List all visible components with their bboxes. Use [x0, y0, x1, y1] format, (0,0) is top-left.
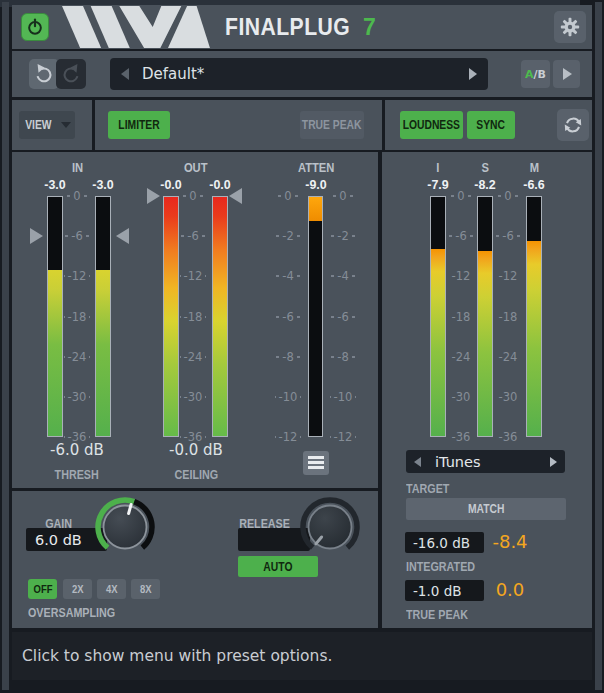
loudness-scale-left: 0-6-12-18-24-30-36: [446, 196, 476, 437]
limiter-toggle[interactable]: LIMITER: [108, 111, 170, 139]
target-next-icon[interactable]: [550, 457, 557, 467]
in-meter-label: IN: [37, 160, 117, 174]
target-caption: TARGET: [406, 478, 456, 497]
true-peak-target-field[interactable]: -1.0 dB: [405, 580, 484, 601]
true-peak-live-value: 0.0: [480, 579, 540, 600]
target-name: iTunes: [435, 454, 481, 470]
window-frame-left: [2, 2, 9, 690]
preset-selector[interactable]: Default*: [110, 58, 488, 90]
undo-button[interactable]: [29, 59, 59, 89]
loudness-panel: I S M -7.9 -8.2 -6.6 0-6-12-18-24-30-36 …: [382, 152, 592, 628]
ab-b-label: /B: [534, 68, 546, 81]
toolbar-loudness-section: LOUDNESS SYNC: [385, 100, 592, 150]
preset-bar: Default* A/B: [12, 51, 592, 97]
threshold-handle-zone: [30, 196, 129, 437]
view-dropdown[interactable]: VIEW: [19, 111, 75, 139]
integrated-target-field[interactable]: -16.0 dB: [405, 532, 484, 553]
power-icon: [25, 17, 45, 37]
play-icon: [563, 68, 572, 80]
ceiling-handle-left[interactable]: [147, 188, 160, 204]
preset-next-icon[interactable]: [469, 68, 477, 80]
auto-release-toggle[interactable]: AUTO: [238, 556, 318, 577]
title-text: FINALPLUG: [225, 14, 350, 41]
integrated-caption: INTEGRATED: [406, 556, 486, 575]
ceiling-handle-right[interactable]: [229, 188, 242, 204]
oversampling-4x-button[interactable]: 4X: [97, 579, 126, 599]
loudness-scale-right: 0-6-12-18-24-30-36: [493, 196, 523, 437]
ceiling-caption: CEILING: [146, 464, 246, 478]
plugin-title: FINALPLUG 7: [225, 14, 376, 41]
momentary-meter-bar: [526, 196, 542, 437]
preset-play-button[interactable]: [553, 60, 580, 88]
toolbar: VIEW LIMITER TRUE PEAK LOUDNESS SYNC: [12, 100, 592, 150]
shortterm-meter-bar: [477, 196, 493, 437]
preset-name: Default*: [142, 65, 204, 83]
redo-icon: [60, 63, 82, 85]
power-button[interactable]: [21, 13, 49, 41]
loudness-toggle[interactable]: LOUDNESS: [400, 111, 463, 139]
settings-button[interactable]: [554, 11, 586, 43]
plugin-window: FINALPLUG 7: [0, 0, 604, 693]
threshold-readout[interactable]: -6.0 dB: [27, 441, 127, 459]
target-prev-icon[interactable]: [414, 457, 421, 467]
out-meter-label: OUT: [156, 160, 236, 174]
gain-release-panel: GAIN 6.0 dB RELEASE: [12, 491, 378, 628]
atten-scale-left: 0-2-4-6-8-10-12: [272, 196, 304, 437]
true-peak-toggle[interactable]: TRUE PEAK: [300, 111, 364, 139]
threshold-caption: THRESH: [27, 464, 127, 478]
match-button[interactable]: MATCH: [406, 498, 566, 520]
hamburger-icon: [308, 456, 324, 459]
integrated-meter-fill: [431, 249, 445, 436]
release-knob[interactable]: [298, 495, 362, 559]
title-version: 7: [363, 14, 376, 41]
threshold-handle-left[interactable]: [30, 228, 43, 244]
status-text: Click to show menu with preset options.: [22, 647, 332, 665]
ceiling-handle-zone: [147, 196, 242, 437]
ab-compare-button[interactable]: A/B: [521, 60, 550, 88]
limiter-meters-panel: IN -3.0 -3.0 0-6-12-18-24-30-36 -6.0 dB …: [12, 152, 378, 488]
threshold-handle-right[interactable]: [116, 228, 129, 244]
view-label: VIEW: [25, 118, 51, 132]
status-bar[interactable]: Click to show menu with preset options.: [12, 632, 592, 680]
window-frame-right: [595, 2, 602, 690]
gain-label: GAIN: [29, 513, 89, 527]
atten-meter-bar: [308, 196, 323, 437]
chevron-down-icon: [61, 122, 71, 128]
target-selector[interactable]: iTunes: [406, 450, 565, 473]
release-label: RELEASE: [234, 513, 295, 527]
integrated-meter-bar: [430, 196, 446, 437]
toolbar-limiter-section: LIMITER TRUE PEAK: [95, 100, 382, 150]
oversampling-off-button[interactable]: OFF: [28, 579, 57, 599]
integrated-live-value: -8.4: [480, 531, 540, 552]
atten-meter-label: ATTEN: [276, 160, 356, 174]
momentary-meter-fill: [527, 241, 541, 436]
wave-arts-logo: [61, 6, 211, 48]
shortterm-meter-fill: [478, 251, 492, 436]
atten-meter-fill: [309, 197, 322, 221]
oversampling-2x-button[interactable]: 2X: [63, 579, 92, 599]
integrated-meter-label: I: [418, 160, 458, 174]
header-bar: FINALPLUG 7: [12, 5, 592, 49]
oversampling-8x-button[interactable]: 8X: [131, 579, 160, 599]
atten-scale-right: 0-2-4-6-8-10-12: [327, 196, 359, 437]
sync-toggle[interactable]: SYNC: [467, 111, 515, 139]
ab-a-label: A: [525, 68, 534, 81]
toolbar-view-section: VIEW: [12, 100, 92, 150]
undo-icon: [33, 63, 55, 85]
shortterm-meter-label: S: [465, 160, 505, 174]
gain-knob[interactable]: [93, 495, 157, 559]
atten-menu-button[interactable]: [303, 451, 329, 475]
ceiling-readout[interactable]: -0.0 dB: [146, 441, 246, 459]
preset-prev-icon[interactable]: [121, 68, 129, 80]
oversampling-caption: OVERSAMPLING: [28, 602, 129, 621]
loudness-reset-button[interactable]: [557, 109, 589, 141]
gear-icon: [559, 16, 581, 38]
momentary-meter-label: M: [514, 160, 554, 174]
true-peak-caption: TRUE PEAK: [406, 604, 478, 623]
refresh-icon: [562, 114, 584, 136]
redo-button[interactable]: [56, 59, 86, 89]
